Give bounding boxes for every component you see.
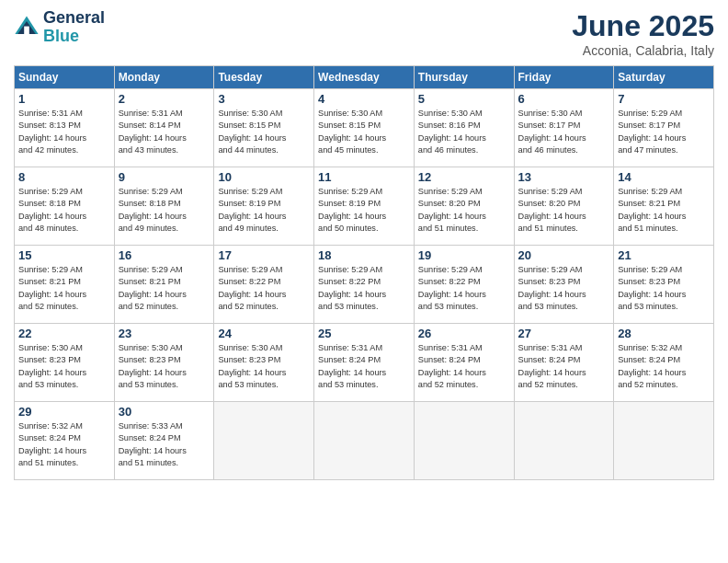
day-info: Sunrise: 5:30 AM Sunset: 8:23 PM Dayligh… <box>218 342 310 391</box>
day-number: 29 <box>18 405 110 419</box>
calendar-header-monday: Monday <box>114 66 214 89</box>
day-number: 5 <box>418 92 510 106</box>
day-info: Sunrise: 5:29 AM Sunset: 8:21 PM Dayligh… <box>18 264 110 313</box>
calendar-cell: 4Sunrise: 5:30 AM Sunset: 8:15 PM Daylig… <box>314 89 415 167</box>
calendar-cell: 15Sunrise: 5:29 AM Sunset: 8:21 PM Dayli… <box>15 246 115 324</box>
day-info: Sunrise: 5:33 AM Sunset: 8:24 PM Dayligh… <box>119 420 210 469</box>
calendar-cell: 6Sunrise: 5:30 AM Sunset: 8:17 PM Daylig… <box>514 89 614 167</box>
calendar-cell: 26Sunrise: 5:31 AM Sunset: 8:24 PM Dayli… <box>414 324 514 402</box>
calendar-cell: 27Sunrise: 5:31 AM Sunset: 8:24 PM Dayli… <box>514 324 614 402</box>
day-info: Sunrise: 5:32 AM Sunset: 8:24 PM Dayligh… <box>618 342 710 391</box>
day-number: 28 <box>618 327 710 340</box>
page: General Blue June 2025 Acconia, Calabria… <box>0 0 728 563</box>
calendar-header-wednesday: Wednesday <box>314 66 415 89</box>
day-number: 17 <box>218 248 310 262</box>
calendar-cell: 9Sunrise: 5:29 AM Sunset: 8:18 PM Daylig… <box>114 167 214 246</box>
day-number: 24 <box>218 327 310 340</box>
calendar-cell: 28Sunrise: 5:32 AM Sunset: 8:24 PM Dayli… <box>614 324 714 402</box>
calendar-cell: 29Sunrise: 5:32 AM Sunset: 8:24 PM Dayli… <box>15 402 115 480</box>
day-info: Sunrise: 5:32 AM Sunset: 8:24 PM Dayligh… <box>18 420 110 469</box>
calendar-week-3: 15Sunrise: 5:29 AM Sunset: 8:21 PM Dayli… <box>15 246 714 324</box>
logo-text: General Blue <box>43 9 105 46</box>
day-info: Sunrise: 5:29 AM Sunset: 8:19 PM Dayligh… <box>218 186 310 235</box>
calendar-cell: 8Sunrise: 5:29 AM Sunset: 8:18 PM Daylig… <box>15 167 115 246</box>
calendar-cell: 1Sunrise: 5:31 AM Sunset: 8:13 PM Daylig… <box>15 89 115 167</box>
day-number: 7 <box>618 92 710 106</box>
calendar-cell: 5Sunrise: 5:30 AM Sunset: 8:16 PM Daylig… <box>414 89 514 167</box>
calendar-cell <box>214 402 314 480</box>
day-info: Sunrise: 5:29 AM Sunset: 8:23 PM Dayligh… <box>618 264 710 313</box>
calendar-cell: 11Sunrise: 5:29 AM Sunset: 8:19 PM Dayli… <box>314 167 415 246</box>
day-info: Sunrise: 5:29 AM Sunset: 8:23 PM Dayligh… <box>518 264 610 313</box>
calendar-week-4: 22Sunrise: 5:30 AM Sunset: 8:23 PM Dayli… <box>15 324 714 402</box>
calendar-week-2: 8Sunrise: 5:29 AM Sunset: 8:18 PM Daylig… <box>15 167 714 246</box>
calendar-cell: 3Sunrise: 5:30 AM Sunset: 8:15 PM Daylig… <box>214 89 314 167</box>
day-number: 12 <box>418 170 510 184</box>
calendar: SundayMondayTuesdayWednesdayThursdayFrid… <box>14 65 714 480</box>
calendar-cell: 17Sunrise: 5:29 AM Sunset: 8:22 PM Dayli… <box>214 246 314 324</box>
calendar-cell <box>514 402 614 480</box>
day-number: 6 <box>518 92 610 106</box>
logo: General Blue <box>14 9 105 46</box>
day-info: Sunrise: 5:29 AM Sunset: 8:18 PM Dayligh… <box>119 186 210 235</box>
calendar-header-tuesday: Tuesday <box>214 66 314 89</box>
day-number: 30 <box>119 405 210 419</box>
day-info: Sunrise: 5:31 AM Sunset: 8:14 PM Dayligh… <box>119 108 210 156</box>
day-info: Sunrise: 5:29 AM Sunset: 8:20 PM Dayligh… <box>518 186 610 235</box>
day-info: Sunrise: 5:29 AM Sunset: 8:18 PM Dayligh… <box>18 186 110 235</box>
calendar-cell: 24Sunrise: 5:30 AM Sunset: 8:23 PM Dayli… <box>214 324 314 402</box>
calendar-week-1: 1Sunrise: 5:31 AM Sunset: 8:13 PM Daylig… <box>15 89 714 167</box>
calendar-header-sunday: Sunday <box>15 66 115 89</box>
calendar-cell: 13Sunrise: 5:29 AM Sunset: 8:20 PM Dayli… <box>514 167 614 246</box>
calendar-cell: 7Sunrise: 5:29 AM Sunset: 8:17 PM Daylig… <box>614 89 714 167</box>
calendar-cell: 23Sunrise: 5:30 AM Sunset: 8:23 PM Dayli… <box>114 324 214 402</box>
calendar-cell: 18Sunrise: 5:29 AM Sunset: 8:22 PM Dayli… <box>314 246 415 324</box>
day-number: 26 <box>418 327 510 340</box>
day-info: Sunrise: 5:29 AM Sunset: 8:17 PM Dayligh… <box>618 108 710 156</box>
location: Acconia, Calabria, Italy <box>572 43 714 58</box>
day-info: Sunrise: 5:30 AM Sunset: 8:16 PM Dayligh… <box>418 108 510 156</box>
day-info: Sunrise: 5:29 AM Sunset: 8:22 PM Dayligh… <box>218 264 310 313</box>
day-number: 10 <box>218 170 310 184</box>
calendar-cell: 21Sunrise: 5:29 AM Sunset: 8:23 PM Dayli… <box>614 246 714 324</box>
day-number: 23 <box>119 327 210 340</box>
day-info: Sunrise: 5:30 AM Sunset: 8:23 PM Dayligh… <box>18 342 110 391</box>
calendar-body: 1Sunrise: 5:31 AM Sunset: 8:13 PM Daylig… <box>15 89 714 480</box>
day-info: Sunrise: 5:30 AM Sunset: 8:15 PM Dayligh… <box>318 108 410 156</box>
day-number: 22 <box>18 327 110 340</box>
calendar-cell: 12Sunrise: 5:29 AM Sunset: 8:20 PM Dayli… <box>414 167 514 246</box>
day-number: 16 <box>119 248 210 262</box>
calendar-cell: 30Sunrise: 5:33 AM Sunset: 8:24 PM Dayli… <box>114 402 214 480</box>
calendar-cell: 19Sunrise: 5:29 AM Sunset: 8:22 PM Dayli… <box>414 246 514 324</box>
day-info: Sunrise: 5:29 AM Sunset: 8:20 PM Dayligh… <box>418 186 510 235</box>
day-number: 9 <box>119 170 210 184</box>
day-info: Sunrise: 5:29 AM Sunset: 8:22 PM Dayligh… <box>418 264 510 313</box>
day-info: Sunrise: 5:30 AM Sunset: 8:23 PM Dayligh… <box>119 342 210 391</box>
calendar-cell: 22Sunrise: 5:30 AM Sunset: 8:23 PM Dayli… <box>15 324 115 402</box>
calendar-cell: 25Sunrise: 5:31 AM Sunset: 8:24 PM Dayli… <box>314 324 415 402</box>
day-info: Sunrise: 5:29 AM Sunset: 8:21 PM Dayligh… <box>119 264 210 313</box>
day-number: 4 <box>318 92 410 106</box>
calendar-cell <box>314 402 415 480</box>
header: General Blue June 2025 Acconia, Calabria… <box>14 9 714 58</box>
day-number: 27 <box>518 327 610 340</box>
svg-rect-2 <box>24 26 29 33</box>
day-info: Sunrise: 5:30 AM Sunset: 8:17 PM Dayligh… <box>518 108 610 156</box>
day-info: Sunrise: 5:31 AM Sunset: 8:13 PM Dayligh… <box>18 108 110 156</box>
calendar-week-5: 29Sunrise: 5:32 AM Sunset: 8:24 PM Dayli… <box>15 402 714 480</box>
day-number: 11 <box>318 170 410 184</box>
calendar-cell <box>614 402 714 480</box>
day-number: 18 <box>318 248 410 262</box>
calendar-header-row: SundayMondayTuesdayWednesdayThursdayFrid… <box>15 66 714 89</box>
day-info: Sunrise: 5:31 AM Sunset: 8:24 PM Dayligh… <box>418 342 510 391</box>
day-info: Sunrise: 5:29 AM Sunset: 8:22 PM Dayligh… <box>318 264 410 313</box>
day-number: 3 <box>218 92 310 106</box>
calendar-cell: 14Sunrise: 5:29 AM Sunset: 8:21 PM Dayli… <box>614 167 714 246</box>
day-info: Sunrise: 5:31 AM Sunset: 8:24 PM Dayligh… <box>518 342 610 391</box>
day-number: 20 <box>518 248 610 262</box>
day-number: 13 <box>518 170 610 184</box>
day-number: 25 <box>318 327 410 340</box>
calendar-header-thursday: Thursday <box>414 66 514 89</box>
day-info: Sunrise: 5:30 AM Sunset: 8:15 PM Dayligh… <box>218 108 310 156</box>
calendar-cell <box>414 402 514 480</box>
